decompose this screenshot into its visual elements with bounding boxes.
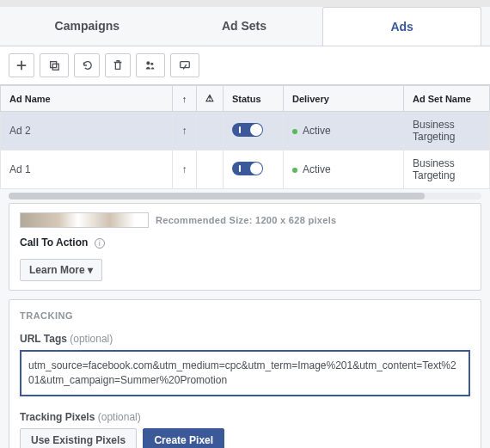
recommended-size-label: Recommended Size: 1200 x 628 pixels bbox=[156, 215, 336, 225]
horizontal-scrollbar[interactable] bbox=[9, 193, 481, 199]
table-row[interactable]: Ad 1 ↑ Active Business Targeting bbox=[1, 150, 490, 189]
tracking-panel: TRACKING URL Tags (optional) Tracking Pi… bbox=[9, 299, 481, 448]
undo-button[interactable] bbox=[74, 53, 100, 77]
tab-campaigns[interactable]: Campaigns bbox=[9, 7, 166, 46]
warning-cell bbox=[197, 112, 224, 150]
warning-cell bbox=[197, 150, 224, 189]
arrow-up-icon: ↑ bbox=[173, 150, 197, 189]
cell-ad-name: Ad 1 bbox=[1, 150, 173, 189]
svg-rect-0 bbox=[51, 62, 57, 68]
svg-rect-1 bbox=[52, 64, 58, 70]
delete-button[interactable] bbox=[105, 53, 131, 77]
tab-adsets[interactable]: Ad Sets bbox=[166, 7, 323, 46]
info-icon[interactable]: i bbox=[95, 238, 105, 249]
url-tags-input[interactable] bbox=[20, 350, 470, 396]
image-thumbnail[interactable] bbox=[20, 212, 149, 228]
duplicate-button[interactable] bbox=[40, 53, 69, 77]
table-row[interactable]: Ad 2 ↑ Active Business Targeting bbox=[1, 112, 490, 150]
svg-point-2 bbox=[146, 61, 150, 64]
use-existing-pixels-button[interactable]: Use Existing Pixels bbox=[20, 428, 137, 448]
preview-button[interactable] bbox=[170, 53, 199, 77]
tab-ads[interactable]: Ads bbox=[322, 7, 481, 46]
status-toggle[interactable] bbox=[224, 112, 284, 150]
tracking-header: TRACKING bbox=[20, 310, 470, 321]
cta-field-label: Call To Action bbox=[20, 236, 88, 249]
audience-button[interactable] bbox=[136, 53, 165, 77]
cell-ad-name: Ad 2 bbox=[1, 112, 173, 150]
ads-table: Ad Name ↑ ⚠ Status Delivery Ad Set Name … bbox=[0, 85, 490, 189]
col-sort-icon[interactable]: ↑ bbox=[173, 86, 197, 112]
status-toggle[interactable] bbox=[224, 150, 284, 189]
url-tags-label: URL Tags (optional) bbox=[20, 333, 470, 345]
col-adset-name[interactable]: Ad Set Name bbox=[404, 86, 490, 112]
adset-cell: Business Targeting bbox=[404, 150, 490, 189]
svg-point-3 bbox=[150, 63, 153, 65]
arrow-up-icon: ↑ bbox=[173, 112, 197, 150]
add-button[interactable] bbox=[9, 53, 34, 77]
delivery-cell: Active bbox=[284, 150, 404, 189]
toolbar bbox=[0, 46, 490, 85]
ad-editor-panel: Recommended Size: 1200 x 628 pixels Call… bbox=[9, 203, 481, 291]
delivery-cell: Active bbox=[284, 112, 404, 150]
col-ad-name[interactable]: Ad Name bbox=[1, 86, 173, 112]
tabs-bar: Campaigns Ad Sets Ads bbox=[0, 7, 490, 46]
col-delivery[interactable]: Delivery bbox=[284, 86, 404, 112]
tracking-pixels-label: Tracking Pixels (optional) bbox=[20, 411, 470, 423]
col-status[interactable]: Status bbox=[224, 86, 284, 112]
cta-dropdown[interactable]: Learn More ▾ bbox=[20, 259, 102, 281]
create-pixel-button[interactable]: Create Pixel bbox=[143, 428, 224, 448]
col-warning-icon[interactable]: ⚠ bbox=[197, 86, 224, 112]
adset-cell: Business Targeting bbox=[404, 112, 490, 150]
